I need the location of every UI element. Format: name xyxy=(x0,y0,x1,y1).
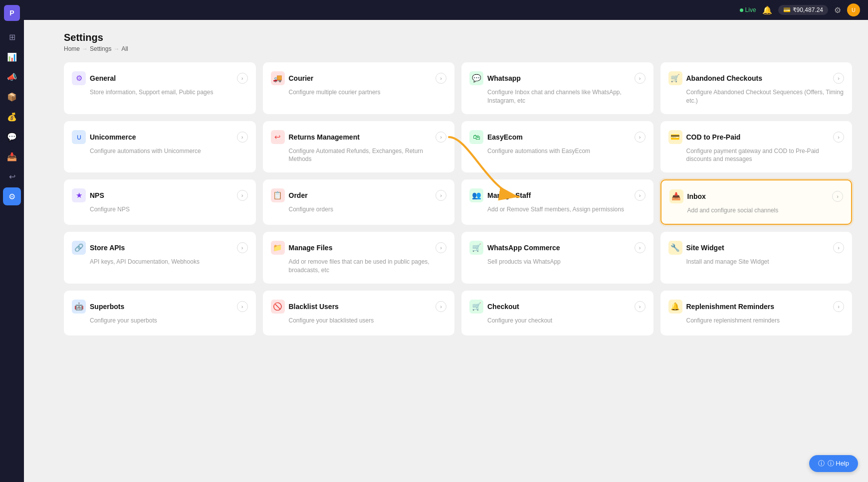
page-title: Settings xyxy=(64,32,852,43)
arrow-checkout[interactable]: › xyxy=(635,301,646,312)
card-site-widget[interactable]: 🔧 Site Widget › Install and manage Site … xyxy=(660,232,853,284)
balance-display: 💳 ₹90,487.24 xyxy=(778,5,828,15)
arrow-inbox[interactable]: › xyxy=(832,191,843,202)
card-header-whatsapp: 💬 Whatsapp › xyxy=(469,71,646,85)
desc-nps: Configure NPS xyxy=(72,205,248,214)
card-header-returns-management: ↩ Returns Management › xyxy=(271,130,447,144)
arrow-blacklist-users[interactable]: › xyxy=(435,301,446,312)
card-header-easyecom: 🛍 EasyEcom › xyxy=(469,130,646,144)
card-header-manage-files: 📁 Manage Files › xyxy=(271,241,447,255)
nav-orders[interactable]: 📦 xyxy=(3,88,21,106)
desc-order: Configure orders xyxy=(271,205,447,214)
desc-store-apis: API keys, API Documentation, Webhooks xyxy=(72,258,248,266)
breadcrumb-all[interactable]: All xyxy=(121,45,128,52)
arrow-replenishment-reminders[interactable]: › xyxy=(833,301,844,312)
help-icon: ⓘ xyxy=(818,459,825,468)
arrow-unicommerce[interactable]: › xyxy=(237,132,248,143)
card-blacklist-users[interactable]: 🚫 Blacklist Users › Configure your black… xyxy=(263,291,455,335)
live-dot xyxy=(740,8,743,12)
card-general[interactable]: ⚙ General › Store information, Support e… xyxy=(64,62,256,114)
icon-checkout: 🛒 xyxy=(469,300,483,314)
card-inbox[interactable]: 📥 Inbox › Add and configure social chann… xyxy=(660,179,853,225)
arrow-cod-prepaid[interactable]: › xyxy=(833,132,844,143)
arrow-whatsapp-commerce[interactable]: › xyxy=(635,242,646,253)
arrow-abandoned-checkouts[interactable]: › xyxy=(833,73,844,84)
card-manage-files[interactable]: 📁 Manage Files › Add or remove files tha… xyxy=(263,232,455,284)
arrow-order[interactable]: › xyxy=(435,190,446,201)
desc-whatsapp: Configure Inbox chat and channels like W… xyxy=(469,88,646,105)
app-logo[interactable]: P xyxy=(4,5,20,21)
title-manage-staff: Manage Staff xyxy=(487,191,531,199)
desc-inbox: Add and configure social channels xyxy=(669,206,844,215)
icon-inbox: 📥 xyxy=(669,189,683,203)
icon-superbots: 🤖 xyxy=(72,300,86,314)
title-blacklist-users: Blacklist Users xyxy=(289,303,339,311)
card-header-nps: ★ NPS › xyxy=(72,188,248,202)
top-bar: Live 🔔 💳 ₹90,487.24 ⚙ U xyxy=(24,0,868,20)
arrow-general[interactable]: › xyxy=(237,73,248,84)
card-header-manage-staff: 👥 Manage Staff › xyxy=(469,188,646,202)
card-whatsapp-commerce[interactable]: 🛒 WhatsApp Commerce › Sell products via … xyxy=(461,232,653,284)
arrow-nps[interactable]: › xyxy=(237,190,248,201)
title-site-widget: Site Widget xyxy=(686,244,724,252)
card-easyecom[interactable]: 🛍 EasyEcom › Configure automations with … xyxy=(461,121,653,173)
card-header-store-apis: 🔗 Store APIs › xyxy=(72,241,248,255)
card-header-cod-prepaid: 💳 COD to Pre-Paid › xyxy=(668,130,845,144)
card-courier[interactable]: 🚚 Courier › Configure multiple courier p… xyxy=(263,62,455,114)
title-easyecom: EasyEcom xyxy=(487,133,523,141)
nav-campaigns[interactable]: 📣 xyxy=(3,68,21,86)
desc-returns-management: Configure Automated Refunds, Exchanges, … xyxy=(271,147,447,164)
breadcrumb-home[interactable]: Home xyxy=(64,45,80,52)
left-nav: P ⊞ 📊 📣 📦 💰 💬 📥 ↩ ⚙ xyxy=(0,0,24,482)
arrow-whatsapp[interactable]: › xyxy=(635,73,646,84)
arrow-store-apis[interactable]: › xyxy=(237,242,248,253)
title-inbox: Inbox xyxy=(687,192,706,200)
live-label: Live xyxy=(745,6,756,13)
desc-checkout: Configure your checkout xyxy=(469,317,646,325)
card-cod-prepaid[interactable]: 💳 COD to Pre-Paid › Configure payment ga… xyxy=(660,121,853,173)
icon-manage-files: 📁 xyxy=(271,241,285,255)
card-returns-management[interactable]: ↩ Returns Management › Configure Automat… xyxy=(263,121,455,173)
desc-replenishment-reminders: Configure replenishment reminders xyxy=(668,317,845,325)
arrow-easyecom[interactable]: › xyxy=(635,132,646,143)
nav-dashboard[interactable]: ⊞ xyxy=(3,28,21,46)
icon-store-apis: 🔗 xyxy=(72,241,86,255)
arrow-returns-management[interactable]: › xyxy=(435,132,446,143)
card-header-whatsapp-commerce: 🛒 WhatsApp Commerce › xyxy=(469,241,646,255)
arrow-superbots[interactable]: › xyxy=(237,301,248,312)
user-avatar[interactable]: U xyxy=(847,3,860,16)
desc-manage-files: Add or remove files that can be used in … xyxy=(271,258,447,275)
nav-returns[interactable]: ↩ xyxy=(3,167,21,185)
card-store-apis[interactable]: 🔗 Store APIs › API keys, API Documentati… xyxy=(64,232,256,284)
card-manage-staff[interactable]: 👥 Manage Staff › Add or Remove Staff mem… xyxy=(461,179,653,225)
icon-replenishment-reminders: 🔔 xyxy=(668,300,682,314)
card-order[interactable]: 📋 Order › Configure orders xyxy=(263,179,455,225)
nav-inbox[interactable]: 📥 xyxy=(3,148,21,165)
card-checkout[interactable]: 🛒 Checkout › Configure your checkout xyxy=(461,291,653,335)
card-replenishment-reminders[interactable]: 🔔 Replenishment Reminders › Configure re… xyxy=(660,291,853,335)
breadcrumb-settings[interactable]: Settings xyxy=(90,45,111,52)
arrow-courier[interactable]: › xyxy=(435,73,446,84)
notification-icon[interactable]: 🔔 xyxy=(762,5,772,15)
nav-settings[interactable]: ⚙ xyxy=(3,187,21,205)
card-unicommerce[interactable]: ∪ Unicommerce › Configure automations wi… xyxy=(64,121,256,173)
help-button[interactable]: ⓘ ⓘ Help xyxy=(809,455,858,472)
arrow-site-widget[interactable]: › xyxy=(833,242,844,253)
title-store-apis: Store APIs xyxy=(90,244,125,252)
desc-unicommerce: Configure automations with Unicommerce xyxy=(72,147,248,156)
nav-chat[interactable]: 💬 xyxy=(3,128,21,146)
card-abandoned-checkouts[interactable]: 🛒 Abandoned Checkouts › Configure Abando… xyxy=(660,62,853,114)
card-whatsapp[interactable]: 💬 Whatsapp › Configure Inbox chat and ch… xyxy=(461,62,653,114)
settings-icon[interactable]: ⚙ xyxy=(834,5,841,15)
icon-site-widget: 🔧 xyxy=(668,241,682,255)
card-superbots[interactable]: 🤖 Superbots › Configure your superbots xyxy=(64,291,256,335)
arrow-manage-files[interactable]: › xyxy=(435,242,446,253)
title-nps: NPS xyxy=(90,191,104,199)
icon-whatsapp-commerce: 🛒 xyxy=(469,241,483,255)
nav-money[interactable]: 💰 xyxy=(3,108,21,126)
card-nps[interactable]: ★ NPS › Configure NPS xyxy=(64,179,256,225)
breadcrumb: Home → Settings → All xyxy=(64,45,852,52)
nav-analytics[interactable]: 📊 xyxy=(3,48,21,66)
arrow-manage-staff[interactable]: › xyxy=(635,190,646,201)
card-header-inbox: 📥 Inbox › xyxy=(669,189,844,203)
